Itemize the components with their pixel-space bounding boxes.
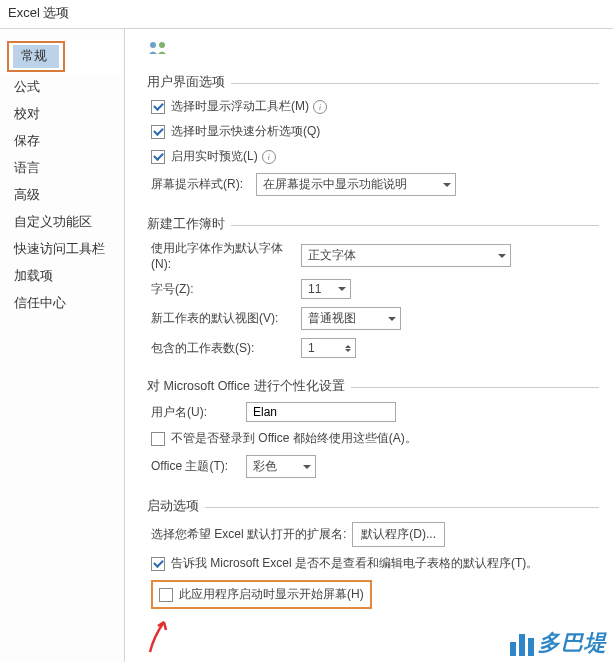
window-title: Excel 选项 [0, 0, 613, 29]
label-tip-style: 屏幕提示样式(R): [151, 176, 256, 193]
checkbox-show-start-screen[interactable] [159, 588, 173, 602]
checkbox-live-preview[interactable] [151, 150, 165, 164]
checkbox-always-use-values[interactable] [151, 432, 165, 446]
sidebar-item-customize-ribbon[interactable]: 自定义功能区 [0, 209, 124, 236]
section-personalize: 对 Microsoft Office 进行个性化设置 用户名(U): 不管是否登… [147, 368, 599, 478]
section-title-ui: 用户界面选项 [147, 74, 231, 91]
checkbox-quick-analysis[interactable] [151, 125, 165, 139]
section-startup: 启动选项 选择您希望 Excel 默认打开的扩展名: 默认程序(D)... 告诉… [147, 488, 599, 609]
dropdown-font-size-value: 11 [308, 282, 321, 296]
section-title-new-workbook: 新建工作簿时 [147, 216, 231, 233]
annotation-highlight-box: 此应用程序启动时显示开始屏幕(H) [151, 580, 372, 609]
label-default-font: 使用此字体作为默认字体(N): [151, 240, 301, 271]
chevron-up-icon [345, 345, 351, 348]
dropdown-tip-style[interactable]: 在屏幕提示中显示功能说明 [256, 173, 456, 196]
checkbox-tell-default[interactable] [151, 557, 165, 571]
sidebar-item-quick-access[interactable]: 快速访问工具栏 [0, 236, 124, 263]
label-mini-toolbar: 选择时显示浮动工具栏(M) [171, 98, 309, 115]
section-title-startup: 启动选项 [147, 498, 205, 515]
label-default-extensions: 选择您希望 Excel 默认打开的扩展名: [151, 526, 346, 543]
sidebar-item-proofing[interactable]: 校对 [0, 101, 124, 128]
sidebar-item-trust-center[interactable]: 信任中心 [0, 290, 124, 317]
label-always-use-values: 不管是否登录到 Office 都始终使用这些值(A)。 [171, 430, 417, 447]
header-icon-row [147, 39, 599, 56]
label-font-size: 字号(Z): [151, 281, 301, 298]
button-default-programs-label: 默认程序(D)... [361, 526, 436, 543]
spinner-sheet-count[interactable]: 1 [301, 338, 356, 358]
chevron-down-icon [338, 287, 346, 291]
label-quick-analysis: 选择时显示快速分析选项(Q) [171, 123, 320, 140]
dropdown-office-theme[interactable]: 彩色 [246, 455, 316, 478]
section-new-workbook: 新建工作簿时 使用此字体作为默认字体(N): 正文字体 字号(Z): 11 [147, 206, 599, 358]
chevron-down-icon [388, 317, 396, 321]
label-username: 用户名(U): [151, 404, 246, 421]
button-default-programs[interactable]: 默认程序(D)... [352, 522, 445, 547]
label-show-start-screen: 此应用程序启动时显示开始屏幕(H) [179, 586, 364, 603]
dropdown-default-view-value: 普通视图 [308, 310, 356, 327]
dropdown-default-view[interactable]: 普通视图 [301, 307, 401, 330]
label-sheet-count: 包含的工作表数(S): [151, 340, 301, 357]
info-icon[interactable]: i [313, 100, 327, 114]
dropdown-default-font[interactable]: 正文字体 [301, 244, 511, 267]
dropdown-font-size[interactable]: 11 [301, 279, 351, 299]
spinner-sheet-count-value: 1 [308, 341, 315, 355]
chevron-down-icon [303, 465, 311, 469]
input-username[interactable] [246, 402, 396, 422]
dropdown-tip-style-value: 在屏幕提示中显示功能说明 [263, 176, 407, 193]
label-live-preview: 启用实时预览(L) [171, 148, 258, 165]
chevron-down-icon [345, 349, 351, 352]
label-office-theme: Office 主题(T): [151, 458, 246, 475]
sidebar-item-formulas[interactable]: 公式 [0, 74, 124, 101]
sidebar: 常规 公式 校对 保存 语言 高级 自定义功能区 快速访问工具栏 加载项 信任中… [0, 29, 125, 662]
dropdown-default-font-value: 正文字体 [308, 247, 356, 264]
label-tell-default: 告诉我 Microsoft Excel 是否不是查看和编辑电子表格的默认程序(T… [171, 555, 538, 572]
section-ui-options: 用户界面选项 选择时显示浮动工具栏(M) i 选择时显示快速分析选项(Q) 启用… [147, 64, 599, 196]
content-panel: 用户界面选项 选择时显示浮动工具栏(M) i 选择时显示快速分析选项(Q) 启用… [125, 29, 613, 662]
sidebar-item-general[interactable]: 常规 [0, 39, 124, 74]
sidebar-item-save[interactable]: 保存 [0, 128, 124, 155]
svg-point-0 [150, 42, 156, 48]
section-divider [147, 507, 599, 508]
chevron-down-icon [443, 183, 451, 187]
label-default-view: 新工作表的默认视图(V): [151, 310, 301, 327]
selection-highlight: 常规 [7, 41, 65, 72]
checkbox-mini-toolbar[interactable] [151, 100, 165, 114]
svg-point-1 [159, 42, 165, 48]
sidebar-item-addins[interactable]: 加载项 [0, 263, 124, 290]
section-title-personalize: 对 Microsoft Office 进行个性化设置 [147, 378, 351, 395]
people-icon [147, 40, 169, 56]
chevron-down-icon [498, 254, 506, 258]
info-icon[interactable]: i [262, 150, 276, 164]
sidebar-item-language[interactable]: 语言 [0, 155, 124, 182]
sidebar-item-advanced[interactable]: 高级 [0, 182, 124, 209]
dropdown-office-theme-value: 彩色 [253, 458, 277, 475]
